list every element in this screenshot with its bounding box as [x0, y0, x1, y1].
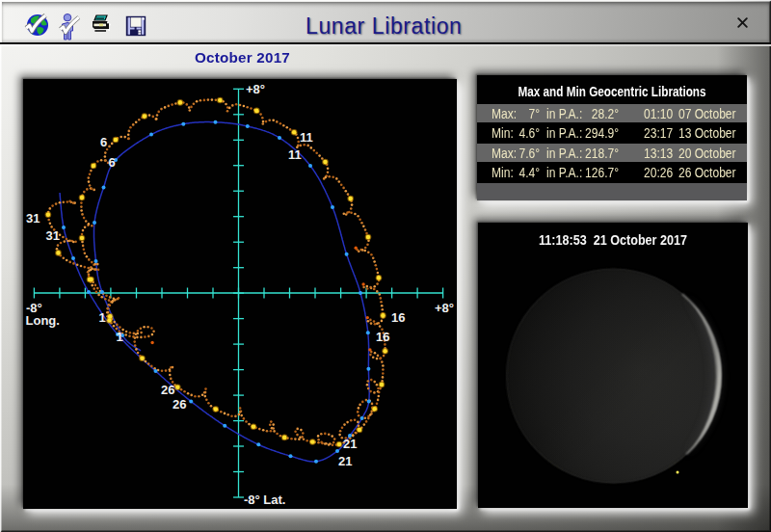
svg-text:6: 6	[109, 155, 116, 170]
svg-text:+8°: +8°	[246, 82, 265, 96]
svg-text:16: 16	[391, 310, 405, 325]
svg-text:Long.: Long.	[26, 313, 60, 328]
svg-text:11: 11	[288, 147, 302, 162]
svg-text:16: 16	[376, 330, 389, 344]
svg-text:1: 1	[99, 310, 106, 325]
svg-text:-8° Lat.: -8° Lat.	[244, 492, 285, 507]
svg-text:1: 1	[117, 330, 123, 344]
svg-text:26: 26	[173, 397, 186, 412]
svg-text:6: 6	[100, 135, 107, 149]
svg-text:31: 31	[46, 228, 60, 243]
svg-text:+8°: +8°	[435, 301, 454, 315]
svg-text:26: 26	[161, 383, 174, 397]
svg-text:11: 11	[300, 130, 313, 145]
svg-text:21: 21	[343, 437, 357, 451]
svg-text:31: 31	[26, 211, 40, 226]
svg-text:21: 21	[338, 454, 352, 468]
